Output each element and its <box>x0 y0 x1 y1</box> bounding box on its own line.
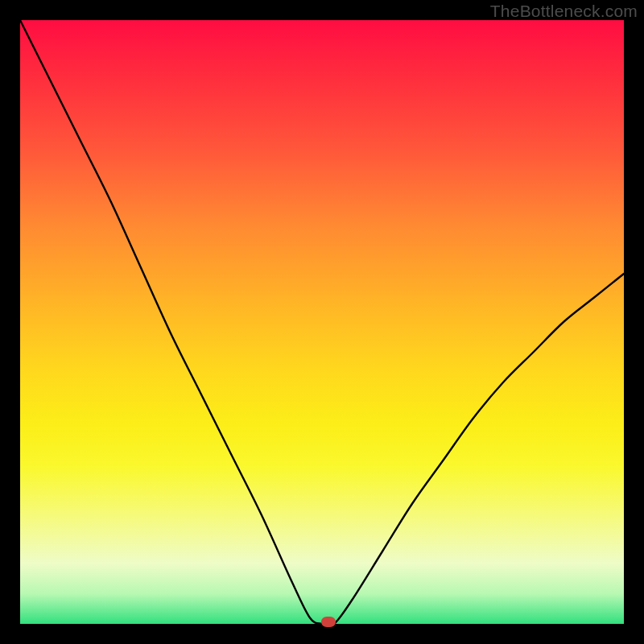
plot-area <box>20 20 624 624</box>
minimum-marker <box>321 617 336 627</box>
bottleneck-curve <box>20 20 624 624</box>
curve-path <box>20 20 624 626</box>
watermark-text: TheBottleneck.com <box>490 2 638 21</box>
chart-frame: TheBottleneck.com <box>0 0 644 644</box>
